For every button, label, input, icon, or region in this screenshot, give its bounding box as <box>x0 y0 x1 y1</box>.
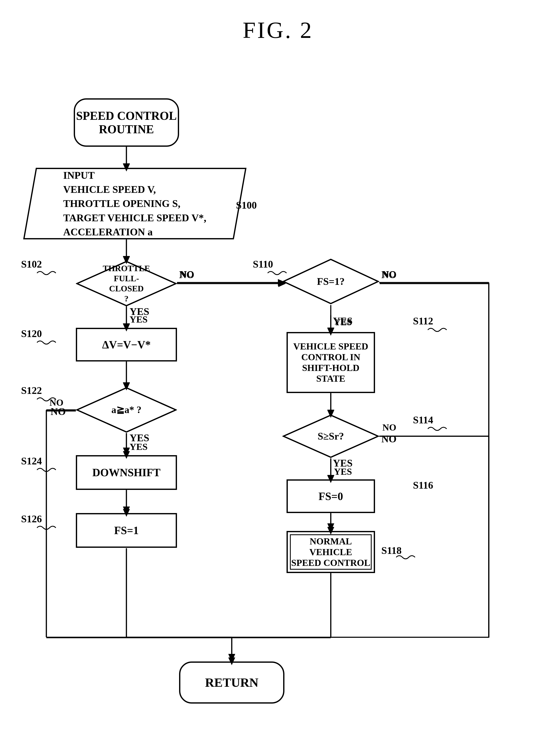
s102-label: S102 <box>21 258 42 270</box>
s120-wavy <box>37 338 62 347</box>
svg-marker-33 <box>229 654 235 662</box>
s122-yes-label: YES <box>130 432 149 444</box>
s114-yes-label: YES <box>333 457 352 469</box>
s102-yes-label: YES <box>130 306 149 317</box>
s112-wavy <box>428 326 453 334</box>
s110-label: S110 <box>253 258 273 270</box>
s122-wavy <box>37 395 62 404</box>
svg-text:NO: NO <box>382 422 396 432</box>
s116-node: FS=0 <box>286 479 375 513</box>
s102-no-label: NO <box>179 269 194 280</box>
s118-node: NORMAL VEHICLE SPEED CONTROL <box>286 531 375 573</box>
s100-label: S100 <box>236 199 257 211</box>
s118-wavy <box>396 553 421 562</box>
svg-marker-18 <box>327 524 334 531</box>
s102-wavy <box>37 269 62 277</box>
s112-node: VEHICLE SPEED CONTROL IN SHIFT-HOLD STAT… <box>286 332 375 393</box>
s124-wavy <box>37 466 62 474</box>
s110-yes-label: YES <box>333 315 352 327</box>
s114-label: S114 <box>413 414 433 426</box>
s122-no-label: NO <box>50 406 66 417</box>
s122-node: a≧a* ? <box>76 387 177 433</box>
s110-no-label: NO <box>381 269 396 280</box>
s122-label: S122 <box>21 385 42 396</box>
s126-wavy <box>37 524 62 532</box>
s114-no-label: NO <box>381 433 396 445</box>
return-node: RETURN <box>179 662 284 704</box>
s100-text: INPUT VEHICLE SPEED V, THROTTLE OPENING … <box>63 168 206 239</box>
s124-label: S124 <box>21 455 42 467</box>
s120-label: S120 <box>21 328 42 339</box>
svg-marker-24 <box>123 448 130 455</box>
s112-label: S112 <box>413 315 433 327</box>
s124-node: DOWNSHIFT <box>76 455 177 490</box>
s110-wavy <box>268 269 293 277</box>
s120-node: ΔV=V−V* <box>76 328 177 362</box>
s116-label: S116 <box>413 479 433 491</box>
flowchart: SPEED CONTROL ROUTINE INPUT VEHICLE SPEE… <box>0 56 556 751</box>
page-title: FIG. 2 <box>0 0 556 56</box>
s100-node: INPUT VEHICLE SPEED V, THROTTLE OPENING … <box>30 168 240 239</box>
s126-node: FS=1 <box>76 513 177 548</box>
s126-label: S126 <box>21 513 42 525</box>
start-node: SPEED CONTROL ROUTINE <box>74 98 179 147</box>
s114-wavy <box>428 425 453 433</box>
s110-node: FS=1? <box>282 258 379 305</box>
s114-node: S≥Sr? <box>282 414 379 458</box>
s102-node: THROTTLEFULL-CLOSED? <box>76 260 177 307</box>
